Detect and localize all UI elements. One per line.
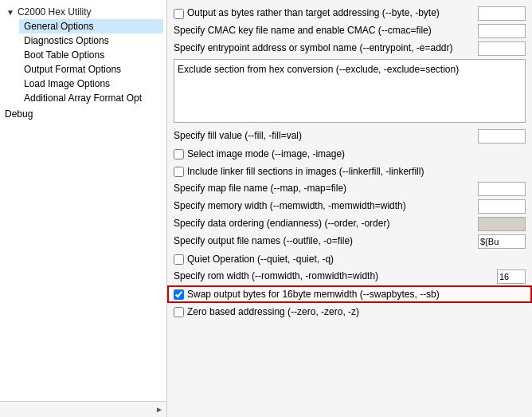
label-order: Specify data ordering (endianness) (--or…	[174, 218, 478, 230]
sidebar-item-debug[interactable]: Debug	[0, 107, 166, 121]
label-map: Specify map file name (--map, -map=file)	[174, 183, 478, 195]
input-outfile[interactable]	[478, 234, 526, 249]
checkbox-byte[interactable]	[174, 9, 184, 19]
label-entrypoint: Specify entrypoint address or symbol nam…	[174, 42, 478, 55]
checkbox-zero[interactable]	[174, 307, 184, 317]
option-row-memwidth: Specify memory width (--memwidth, -memwi…	[167, 198, 532, 215]
sidebar-item-load-image[interactable]: Load Image Options	[19, 77, 163, 91]
label-swapbytes: Swap output bytes for 16byte memwidth (-…	[187, 289, 440, 300]
sidebar-item-diagnostics[interactable]: Diagnostics Options	[19, 33, 163, 48]
option-row-fill: Specify fill value (--fill, -fill=val)	[167, 128, 532, 145]
tree-children: General Options Diagnostics Options Boot…	[3, 19, 163, 105]
input-romwidth[interactable]	[497, 269, 526, 284]
sidebar-item-additional[interactable]: Additional Array Format Opt	[19, 91, 163, 105]
label-zero: Zero based addressing (--zero, -zero, -z…	[187, 306, 359, 317]
option-row-zero: Zero based addressing (--zero, -zero, -z…	[167, 303, 532, 321]
chevron-icon: ▼	[6, 8, 14, 17]
sidebar-item-output-format[interactable]: Output Format Options	[19, 62, 163, 77]
option-row-image: Select image mode (--image, -image)	[167, 145, 532, 163]
sidebar-bottom: ►	[0, 401, 166, 417]
input-order[interactable]	[478, 217, 526, 231]
option-row-quiet: Quiet Operation (--quiet, -quiet, -q)	[167, 250, 532, 268]
label-linkerfill: Include linker fill sections in images (…	[187, 166, 424, 177]
input-fill[interactable]	[478, 129, 526, 144]
option-row-linkerfill: Include linker fill sections in images (…	[167, 163, 532, 180]
label-quiet: Quiet Operation (--quiet, -quiet, -q)	[187, 254, 334, 265]
label-fill: Specify fill value (--fill, -fill=val)	[174, 130, 478, 143]
multiline-exclude-text: Exclude section from hex conversion (--e…	[178, 63, 522, 77]
option-row-order: Specify data ordering (endianness) (--or…	[167, 215, 532, 233]
input-byte[interactable]	[478, 6, 526, 21]
option-row-outfile: Specify output file names (--outfile, -o…	[167, 233, 532, 250]
input-memwidth[interactable]	[478, 199, 526, 214]
option-row-entrypoint: Specify entrypoint address or symbol nam…	[167, 40, 532, 57]
tree-root-label[interactable]: ▼ C2000 Hex Utility	[3, 5, 163, 19]
sidebar-expand-arrow[interactable]: ►	[155, 405, 163, 414]
checkbox-quiet[interactable]	[174, 254, 184, 265]
input-entrypoint[interactable]	[478, 41, 526, 56]
sidebar-item-general[interactable]: General Options	[19, 19, 163, 33]
option-row-map: Specify map file name (--map, -map=file)	[167, 180, 532, 198]
checkbox-image[interactable]	[174, 149, 184, 159]
label-cmac: Specify CMAC key file name and enable CM…	[174, 25, 478, 37]
main-container: ▼ C2000 Hex Utility General Options Diag…	[0, 0, 532, 417]
option-row-byte: Output as bytes rather than target addre…	[167, 5, 532, 22]
label-outfile: Specify output file names (--outfile, -o…	[174, 235, 478, 248]
option-row-cmac: Specify CMAC key file name and enable CM…	[167, 22, 532, 40]
sidebar-item-boot-table[interactable]: Boot Table Options	[19, 48, 163, 62]
content-area: Output as bytes rather than target addre…	[167, 0, 532, 417]
multiline-exclude[interactable]: Exclude section from hex conversion (--e…	[174, 59, 526, 123]
label-byte: Output as bytes rather than target addre…	[187, 7, 478, 20]
sidebar-tree: ▼ C2000 Hex Utility General Options Diag…	[0, 0, 166, 401]
checkbox-linkerfill[interactable]	[174, 167, 184, 177]
label-memwidth: Specify memory width (--memwidth, -memwi…	[174, 200, 478, 213]
label-romwidth: Specify rom width (--romwidth, -romwidth…	[174, 270, 497, 283]
tree-root-text: C2000 Hex Utility	[18, 6, 92, 18]
checkbox-swapbytes[interactable]	[174, 289, 184, 300]
tree-root: ▼ C2000 Hex Utility General Options Diag…	[0, 3, 166, 107]
option-row-romwidth: Specify rom width (--romwidth, -romwidth…	[167, 268, 532, 285]
sidebar: ▼ C2000 Hex Utility General Options Diag…	[0, 0, 167, 417]
option-row-swapbytes: Swap output bytes for 16byte memwidth (-…	[167, 285, 532, 303]
input-cmac[interactable]	[478, 24, 526, 38]
input-map[interactable]	[478, 182, 526, 196]
label-image: Select image mode (--image, -image)	[187, 148, 345, 159]
